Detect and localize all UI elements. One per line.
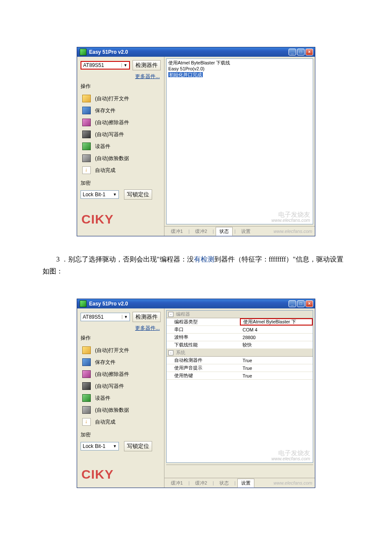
- log-line: 使用Atmel ByteBlaster 下载线: [168, 60, 311, 66]
- settings-value-programmer-type[interactable]: 使用Atmel ByteBlaster 下: [240, 318, 313, 325]
- window-title: Easy 51Pro v2.0: [89, 49, 288, 55]
- device-dropdown[interactable]: AT89S51 ▼: [81, 313, 130, 321]
- tab-buffer1[interactable]: 缓冲1: [167, 479, 187, 488]
- verify-icon: [82, 154, 91, 162]
- log-output: 使用Atmel ByteBlaster 下载线 Easy 51Pro(v2.0)…: [166, 58, 313, 224]
- op-label: 自动完成: [95, 418, 159, 426]
- settings-value: 较快: [240, 342, 313, 348]
- op-auto[interactable]: 自动完成: [81, 164, 161, 176]
- ops-heading: 操作: [81, 334, 161, 342]
- op-verify[interactable]: (自动)效验数据: [81, 404, 161, 416]
- tab-url-watermark: www.elecfans.com: [274, 229, 312, 234]
- minimize-icon[interactable]: _: [288, 49, 296, 55]
- device-dropdown[interactable]: AT89S51 ▼: [81, 61, 130, 70]
- bottom-tabs: 缓冲1| 缓冲2| 状态| 设置 www.elecfans.com: [164, 226, 315, 236]
- op-save-file[interactable]: 保存文件: [81, 105, 161, 116]
- maximize-icon[interactable]: □: [297, 300, 305, 307]
- tab-status[interactable]: 状态: [216, 479, 233, 488]
- app-icon: [80, 300, 86, 307]
- settings-row[interactable]: 使用热键 True: [167, 372, 313, 380]
- settings-description-bar: [166, 465, 313, 476]
- maximize-icon[interactable]: □: [297, 49, 305, 55]
- detect-link[interactable]: 有检测: [194, 256, 214, 263]
- settings-row[interactable]: 编程器类型 使用Atmel ByteBlaster 下: [167, 318, 313, 326]
- tab-settings[interactable]: 设置: [237, 479, 254, 488]
- op-verify[interactable]: (自动)效验数据: [81, 152, 161, 164]
- lockbit-value: Lock Bit-1: [83, 443, 105, 449]
- settings-key: 使用声音提示: [167, 365, 240, 371]
- detect-device-button[interactable]: 检测器件: [133, 312, 161, 322]
- close-icon[interactable]: ×: [306, 300, 313, 307]
- tab-buffer1[interactable]: 缓冲1: [167, 227, 187, 236]
- op-label: (自动)效验数据: [95, 155, 159, 162]
- settings-key: 波特率: [167, 334, 240, 340]
- settings-group-system[interactable]: - 系统: [167, 349, 313, 357]
- device-dropdown-value: AT89S51: [83, 62, 104, 68]
- settings-row[interactable]: 串口 COM 4: [167, 326, 313, 334]
- erase-icon: [82, 370, 91, 378]
- auto-icon: [82, 166, 91, 174]
- op-write-chip[interactable]: (自动)写器件: [81, 380, 161, 392]
- op-open-file[interactable]: (自动)打开文件: [81, 344, 161, 356]
- op-label: (自动)写器件: [95, 383, 159, 390]
- bottom-tabs: 缓冲1| 缓冲2| 状态| 设置 www.elecfans.com: [164, 478, 315, 488]
- op-auto[interactable]: 自动完成: [81, 416, 161, 428]
- settings-row[interactable]: 下载线性能 较快: [167, 341, 313, 349]
- op-label: (自动)效验数据: [95, 407, 159, 414]
- watermark-ciky: CIKY: [81, 467, 114, 482]
- write-lockbit-button[interactable]: 写锁定位: [124, 189, 152, 200]
- op-write-chip[interactable]: (自动)写器件: [81, 128, 161, 140]
- settings-row[interactable]: 自动检测器件 True: [167, 357, 313, 364]
- close-icon[interactable]: ×: [306, 49, 313, 55]
- app-icon: [80, 49, 86, 55]
- settings-group-programmer[interactable]: - 编程器: [167, 311, 313, 318]
- collapse-icon: -: [168, 312, 173, 317]
- watermark-ciky: CIKY: [81, 212, 114, 227]
- settings-key: 编程器类型: [167, 319, 240, 325]
- op-save-file[interactable]: 保存文件: [81, 356, 161, 368]
- right-panel: 使用Atmel ByteBlaster 下载线 Easy 51Pro(v2.0)…: [164, 57, 315, 236]
- chevron-down-icon: ▼: [113, 444, 117, 448]
- op-erase-chip[interactable]: (自动)擦除器件: [81, 116, 161, 128]
- tab-buffer2[interactable]: 缓冲2: [191, 479, 211, 488]
- device-dropdown-value: AT89S51: [83, 314, 104, 320]
- settings-value: True: [240, 373, 313, 378]
- chip-read-icon: [82, 142, 91, 150]
- log-line-highlight: 初始化并口完成: [168, 72, 203, 77]
- more-devices-link[interactable]: 更多器件...: [81, 73, 160, 80]
- settings-key: 使用热键: [167, 372, 240, 379]
- minimize-icon[interactable]: _: [288, 300, 296, 307]
- chip-write-icon: [82, 382, 91, 390]
- app-window: Easy 51Pro v2.0 _ □ × AT89S51 ▼ 检测器件 更多器…: [77, 47, 315, 236]
- settings-row[interactable]: 使用声音提示 True: [167, 364, 313, 372]
- tab-buffer2[interactable]: 缓冲2: [191, 227, 211, 236]
- write-lockbit-button[interactable]: 写锁定位: [124, 441, 152, 451]
- watermark-elecfans: 电子发烧友 www.elecfans.com: [271, 450, 310, 462]
- detect-device-button[interactable]: 检测器件: [133, 60, 161, 70]
- lockbit-value: Lock Bit-1: [83, 192, 105, 198]
- ops-heading: 操作: [81, 83, 161, 90]
- log-line: Easy 51Pro(v2.0): [168, 66, 311, 72]
- settings-row[interactable]: 波特率 28800: [167, 334, 313, 341]
- auto-icon: [82, 418, 91, 426]
- right-panel: - 编程器 编程器类型 使用Atmel ByteBlaster 下 串口 COM…: [164, 308, 315, 488]
- settings-value: COM 4: [240, 327, 313, 332]
- erase-icon: [82, 119, 91, 126]
- op-read-chip[interactable]: 读器件: [81, 392, 161, 404]
- chip-write-icon: [82, 131, 91, 138]
- settings-key: 下载线性能: [167, 342, 240, 348]
- floppy-icon: [82, 107, 91, 114]
- op-open-file[interactable]: (自动)打开文件: [81, 93, 161, 105]
- settings-key: 自动检测器件: [167, 357, 240, 363]
- chip-read-icon: [82, 394, 91, 402]
- more-devices-link[interactable]: 更多器件...: [81, 325, 160, 332]
- op-read-chip[interactable]: 读器件: [81, 140, 161, 152]
- lockbit-dropdown[interactable]: Lock Bit-1 ▼: [81, 190, 119, 199]
- floppy-icon: [82, 358, 91, 366]
- op-label: 读器件: [95, 143, 159, 150]
- lockbit-dropdown[interactable]: Lock Bit-1 ▼: [81, 442, 119, 450]
- tab-status[interactable]: 状态: [216, 227, 233, 236]
- op-label: (自动)写器件: [95, 131, 159, 138]
- tab-settings[interactable]: 设置: [237, 227, 254, 236]
- op-erase-chip[interactable]: (自动)擦除器件: [81, 368, 161, 380]
